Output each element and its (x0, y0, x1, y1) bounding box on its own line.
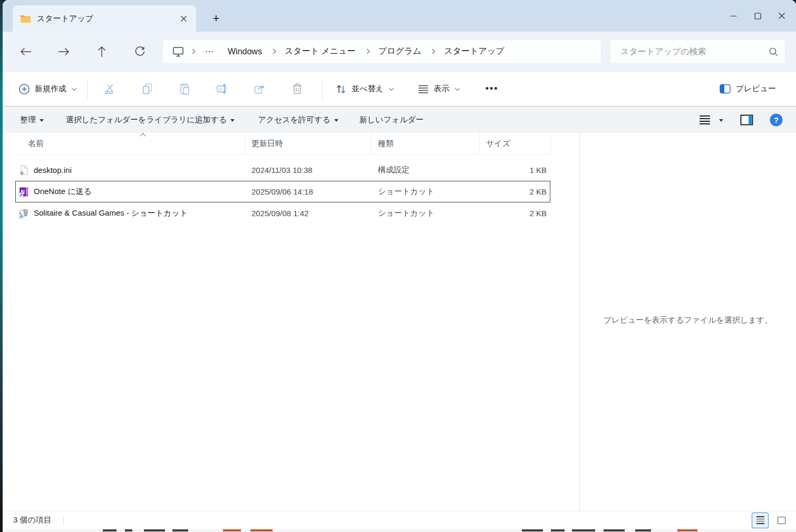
icons-view-icon (778, 517, 785, 524)
breadcrumb-item-startup[interactable]: スタートアップ (441, 46, 507, 57)
search-icon[interactable] (769, 47, 778, 56)
window-controls (721, 0, 796, 32)
column-header-modified[interactable]: 更新日時 (245, 133, 372, 154)
breadcrumb-chevron-icon (364, 49, 370, 54)
add-to-library-label: 選択したフォルダーをライブラリに追加する (66, 115, 227, 125)
preview-pane: プレビューを表示するファイルを選択します。 (580, 133, 796, 511)
breadcrumb-chevron-icon (430, 49, 435, 54)
breadcrumb-item-programs[interactable]: プログラム (375, 46, 425, 57)
paste-button[interactable] (166, 78, 203, 101)
file-date: 2025/09/08 1:42 (245, 209, 372, 218)
svg-text:A: A (218, 86, 221, 92)
column-header-size[interactable]: サイズ (480, 133, 551, 154)
sort-button-label: 並べ替え (352, 84, 384, 94)
file-name: desktop.ini (34, 166, 72, 175)
chevron-down-icon (454, 85, 460, 91)
file-row-desktop-ini[interactable]: desktop.ini 2024/11/03 10:38 構成設定 1 KB (15, 159, 550, 181)
file-type: ショートカット (372, 187, 480, 197)
organize-button[interactable]: 整理 (20, 115, 44, 125)
breadcrumb[interactable]: ⋯ Windows スタート メニュー プログラム スタートアップ (162, 40, 601, 64)
file-date: 2024/11/03 10:38 (245, 166, 372, 175)
sort-icon (335, 83, 347, 95)
chevron-down-icon (72, 85, 77, 91)
column-header-type[interactable]: 種類 (372, 133, 480, 154)
grant-access-label: アクセスを許可する (258, 115, 330, 125)
status-divider (63, 516, 64, 525)
toolbar-divider (88, 79, 88, 100)
this-pc-icon[interactable] (172, 46, 185, 57)
breadcrumb-item-windows[interactable]: Windows (225, 47, 265, 56)
close-tab-icon[interactable] (176, 11, 191, 26)
new-folder-button[interactable]: 新しいフォルダー (360, 115, 424, 125)
organize-label: 整理 (20, 115, 36, 125)
share-button[interactable] (241, 78, 278, 101)
plus-circle-icon (18, 83, 30, 95)
cut-button[interactable] (91, 78, 129, 101)
toolbar-divider (322, 79, 323, 100)
main-content: 名前 更新日時 種類 サイズ (3, 133, 796, 511)
preview-split-icon (719, 83, 731, 94)
details-view-toggle[interactable] (752, 512, 769, 528)
help-button[interactable]: ? (769, 113, 783, 127)
file-size: 1 KB (480, 166, 551, 175)
search-box[interactable] (610, 40, 785, 64)
file-explorer-window: スタートアップ + (3, 0, 796, 529)
refresh-button[interactable] (129, 41, 150, 62)
navigation-bar: ⋯ Windows スタート メニュー プログラム スタートアップ (3, 32, 796, 71)
change-view-button[interactable] (698, 114, 723, 125)
breadcrumb-item-start-menu[interactable]: スタート メニュー (281, 46, 359, 57)
preview-pane-button[interactable] (740, 114, 753, 125)
status-bar: 3 個の項目 (3, 511, 796, 529)
maximize-button[interactable] (745, 4, 770, 27)
list-lines-icon (418, 84, 429, 94)
rename-button[interactable]: A (203, 78, 241, 101)
details-view-icon (756, 515, 764, 525)
dropdown-arrow-icon (230, 119, 235, 122)
new-folder-label: 新しいフォルダー (360, 115, 424, 125)
ini-file-icon (18, 165, 29, 176)
search-input[interactable] (620, 47, 769, 56)
back-button[interactable] (15, 41, 36, 62)
file-type: ショートカット (372, 208, 480, 218)
file-name: Solitaire & Casual Games - ショートカット (34, 208, 188, 218)
solitaire-shortcut-icon (18, 208, 29, 219)
copy-button[interactable] (129, 78, 166, 101)
sort-button[interactable]: 並べ替え (330, 79, 399, 99)
legacy-command-bar: 整理 選択したフォルダーをライブラリに追加する アクセスを許可する 新しいフォル… (3, 106, 796, 133)
file-list-pane: 名前 更新日時 種類 サイズ (3, 133, 580, 511)
forward-button[interactable] (53, 41, 74, 62)
new-button[interactable]: 新規作成 (13, 79, 81, 99)
list-header: 名前 更新日時 種類 サイズ (15, 133, 550, 155)
file-name: OneNote に送る (34, 187, 92, 197)
onenote-shortcut-icon: N (18, 187, 29, 197)
item-count: 3 個の項目 (13, 515, 52, 525)
file-row-solitaire-shortcut[interactable]: Solitaire & Casual Games - ショートカット 2025/… (15, 202, 550, 224)
folder-icon (20, 14, 31, 23)
delete-button[interactable] (278, 78, 316, 101)
dropdown-arrow-icon (334, 119, 338, 122)
grant-access-button[interactable]: アクセスを許可する (258, 115, 338, 125)
icons-view-toggle[interactable] (773, 512, 790, 528)
more-options-button[interactable]: ••• (478, 83, 506, 94)
breadcrumb-chevron-icon (270, 49, 276, 54)
new-button-label: 新規作成 (35, 84, 66, 94)
minimize-button[interactable] (721, 4, 745, 27)
file-size: 2 KB (480, 209, 551, 218)
column-header-name[interactable]: 名前 (15, 133, 245, 154)
command-toolbar: 新規作成 (3, 71, 796, 106)
add-to-library-button[interactable]: 選択したフォルダーをライブラリに追加する (66, 115, 235, 125)
file-row-onenote-shortcut[interactable]: N OneNote に送る 2025/09/06 14:18 ショートカット 2… (15, 181, 550, 202)
preview-toggle-button[interactable]: プレビュー (714, 79, 781, 99)
tab-startup[interactable]: スタートアップ (13, 5, 196, 32)
close-button[interactable] (770, 4, 794, 27)
file-type: 構成設定 (372, 165, 480, 175)
new-tab-button[interactable]: + (207, 9, 226, 28)
desktop-bottom-strip (3, 529, 796, 532)
svg-text:?: ? (774, 115, 779, 124)
preview-placeholder-text: プレビューを表示するファイルを選択します。 (604, 315, 772, 511)
up-button[interactable] (91, 41, 112, 62)
chevron-down-icon (389, 85, 394, 91)
breadcrumb-ellipsis[interactable]: ⋯ (205, 46, 215, 56)
view-button[interactable]: 表示 (412, 80, 464, 99)
tab-bar: スタートアップ + (3, 0, 796, 32)
